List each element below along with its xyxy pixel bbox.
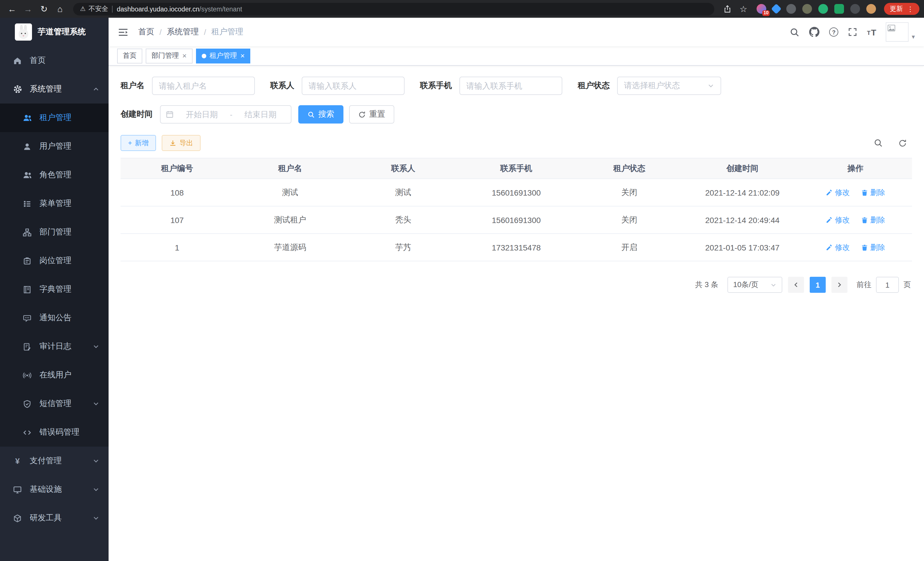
tab-home[interactable]: 首页: [117, 48, 142, 63]
goto-page-input[interactable]: [876, 277, 899, 293]
extension-icon[interactable]: [834, 4, 844, 14]
small-t-icon: T: [867, 29, 870, 36]
add-button[interactable]: + 新增: [121, 135, 156, 151]
sidebar-item-post[interactable]: 岗位管理: [0, 247, 109, 275]
extension-icon[interactable]: [802, 4, 812, 14]
date-range-picker[interactable]: -: [160, 105, 291, 123]
edit-label: 修改: [835, 215, 850, 225]
kebab-menu-icon[interactable]: ⋮: [907, 5, 914, 12]
toggle-search-button[interactable]: [872, 137, 885, 149]
sidebar-item-pay[interactable]: ¥ 支付管理: [0, 447, 109, 475]
delete-link[interactable]: 删除: [861, 242, 885, 253]
sidebar-item-audit-log[interactable]: 审计日志: [0, 332, 109, 361]
extension-icon[interactable]: [771, 4, 782, 14]
export-button[interactable]: 导出: [162, 135, 201, 151]
prev-page-button[interactable]: [788, 277, 804, 293]
reset-button-label: 重置: [369, 109, 385, 120]
edit-link[interactable]: 修改: [826, 242, 850, 253]
book-icon: [22, 284, 32, 294]
sidebar-item-sms[interactable]: 短信管理: [0, 390, 109, 418]
phone-input[interactable]: [466, 81, 555, 90]
extension-icon[interactable]: 10: [757, 4, 766, 14]
export-button-label: 导出: [179, 138, 193, 148]
status-select[interactable]: 请选择租户状态: [617, 77, 721, 95]
delete-label: 删除: [870, 242, 885, 253]
forward-icon: →: [24, 4, 32, 14]
close-icon[interactable]: ×: [182, 52, 187, 59]
breadcrumb-home[interactable]: 首页: [138, 27, 154, 37]
browser-back-button[interactable]: ←: [4, 2, 20, 16]
breadcrumb-system[interactable]: 系统管理: [167, 27, 199, 37]
users-icon: [22, 113, 32, 123]
site-security[interactable]: ⚠ 不安全: [80, 5, 108, 13]
sidebar-menu: 首页 系统管理 租户管理 用户管理: [0, 46, 109, 561]
cell-tenant-name: 测试租户: [234, 206, 347, 234]
active-dot: [201, 53, 206, 58]
cell-tenant-id: 107: [121, 206, 234, 234]
shield-icon: [22, 399, 32, 409]
puzzle-extension-icon[interactable]: [850, 4, 860, 14]
help-button[interactable]: ?: [829, 27, 838, 37]
header-search-button[interactable]: [790, 27, 800, 37]
browser-update-button[interactable]: 更新 ⋮: [884, 3, 920, 15]
browser-home-button[interactable]: ⌂: [52, 2, 68, 16]
sidebar-item-menu[interactable]: 菜单管理: [0, 189, 109, 218]
font-size-button[interactable]: TT: [867, 28, 876, 36]
cell-tenant-name: 测试: [234, 179, 347, 206]
app-logo[interactable]: 芋道管理系统: [0, 18, 109, 46]
delete-link[interactable]: 删除: [861, 215, 885, 225]
github-link[interactable]: [809, 27, 819, 37]
system-submenu: 租户管理 用户管理 角色管理 菜单管理: [0, 104, 109, 447]
trash-icon: [861, 244, 868, 251]
extension-icon[interactable]: [818, 4, 828, 14]
page-size-select[interactable]: 10条/页: [728, 277, 782, 293]
page-number-button[interactable]: 1: [810, 277, 826, 293]
edit-link[interactable]: 修改: [826, 187, 850, 198]
sidebar-item-system[interactable]: 系统管理: [0, 75, 109, 104]
chevron-down-icon: [93, 457, 99, 464]
filter-tenant-name: 租户名: [121, 77, 255, 95]
fullscreen-button[interactable]: [848, 27, 857, 37]
sidebar-item-error-code[interactable]: 错误码管理: [0, 418, 109, 447]
search-button[interactable]: 搜索: [298, 105, 344, 123]
breadcrumb-separator: /: [204, 27, 206, 37]
extension-icon[interactable]: [786, 4, 796, 14]
bookmark-button[interactable]: ☆: [736, 2, 751, 16]
sidebar-item-infra[interactable]: 基础设施: [0, 475, 109, 504]
sidebar-item-online-user[interactable]: 在线用户: [0, 361, 109, 390]
sidebar-item-tenant[interactable]: 租户管理: [0, 104, 109, 132]
sidebar-item-devtools[interactable]: 研发工具: [0, 504, 109, 532]
toolbar-right: [872, 137, 912, 149]
user-menu[interactable]: ▾: [886, 22, 915, 42]
start-date-input[interactable]: [177, 110, 227, 119]
contact-input[interactable]: [309, 81, 398, 90]
share-button[interactable]: [720, 2, 735, 16]
sidebar-item-home[interactable]: 首页: [0, 46, 109, 75]
browser-reload-button[interactable]: ↻: [37, 2, 51, 16]
sidebar-item-notice[interactable]: 通知公告: [0, 304, 109, 332]
chevron-down-icon: [93, 400, 99, 407]
end-date-input[interactable]: [235, 110, 286, 119]
home-icon: ⌂: [57, 4, 63, 14]
sidebar-item-dept[interactable]: 部门管理: [0, 218, 109, 247]
address-bar[interactable]: ⚠ 不安全 dashboard.yudao.iocoder.cn/system/…: [73, 3, 714, 15]
tenant-name-input[interactable]: [159, 81, 248, 90]
sidebar-item-dict[interactable]: 字典管理: [0, 275, 109, 304]
table-row: 1 芋道源码 芋艿 17321315478 开启 2021-01-05 17:0…: [121, 234, 912, 261]
sidebar-item-role[interactable]: 角色管理: [0, 161, 109, 189]
extensions-row: 10: [752, 4, 880, 14]
browser-forward-button[interactable]: →: [21, 2, 35, 16]
refresh-table-button[interactable]: [896, 137, 909, 149]
edit-link[interactable]: 修改: [826, 215, 850, 225]
sidebar-item-user[interactable]: 用户管理: [0, 132, 109, 161]
delete-link[interactable]: 删除: [861, 187, 885, 198]
tab-tenant[interactable]: 租户管理 ×: [196, 48, 250, 63]
profile-avatar[interactable]: [866, 4, 876, 14]
top-navbar: 首页 / 系统管理 / 租户管理 ?: [109, 18, 924, 46]
reset-button[interactable]: 重置: [349, 105, 394, 123]
next-page-button[interactable]: [831, 277, 848, 293]
sidebar-toggle-button[interactable]: [118, 27, 129, 38]
tab-dept[interactable]: 部门管理 ×: [146, 48, 192, 63]
close-icon[interactable]: ×: [240, 52, 244, 59]
trash-icon: [861, 189, 868, 196]
